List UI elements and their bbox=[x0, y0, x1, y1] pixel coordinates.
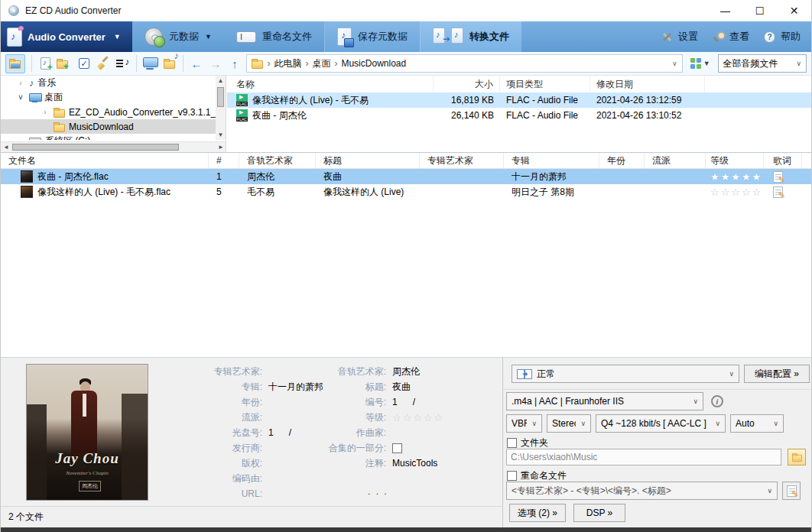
channels-select[interactable]: Stereo ∨ bbox=[547, 414, 591, 433]
forward-button[interactable]: → bbox=[208, 57, 222, 70]
playlist-button[interactable] bbox=[115, 55, 130, 72]
scrollbar-thumb[interactable] bbox=[12, 144, 179, 151]
samplerate-select[interactable]: Auto ∨ bbox=[730, 414, 784, 433]
settings-tools-icon bbox=[661, 31, 673, 43]
computer-view-button[interactable] bbox=[143, 55, 158, 72]
column-header-name[interactable]: 名称 bbox=[227, 76, 434, 92]
edit-pattern-button[interactable] bbox=[782, 482, 801, 500]
up-button[interactable]: ↑ bbox=[227, 57, 242, 70]
edit-profile-button[interactable]: 编辑配置 » bbox=[744, 365, 810, 383]
audio-converter-menu-button[interactable]: Audio Converter ▼ bbox=[1, 21, 132, 52]
file-filter-select[interactable]: 全部音频文件 ∨ bbox=[718, 54, 807, 73]
convert-files-button[interactable]: ➜ 转换文件 bbox=[420, 21, 521, 52]
column-header-type[interactable]: 项目类型 bbox=[500, 76, 590, 92]
scrollbar-thumb[interactable] bbox=[217, 87, 224, 107]
tree-item-system-drive[interactable]: › 系统区 (C:) bbox=[1, 134, 216, 140]
comment-label: 注释: bbox=[299, 457, 392, 470]
rename-pattern-select[interactable]: <专辑艺术家> - <专辑>\<编号>. <标题> ∨ bbox=[506, 482, 778, 500]
info-icon[interactable]: i bbox=[711, 395, 723, 407]
rename-checkbox[interactable] bbox=[507, 471, 517, 481]
options-button[interactable]: 选项 (2) » bbox=[509, 504, 566, 522]
clear-list-button[interactable] bbox=[96, 55, 111, 72]
profile-select[interactable]: ➜ 正常 ∨ bbox=[512, 365, 739, 383]
help-button[interactable]: 帮助 bbox=[781, 30, 801, 44]
tree-item-ezcd-folder[interactable]: › EZ_CD_Audio_Converter_v9.3.1.1_x64_I bbox=[1, 105, 216, 119]
track-row[interactable]: 像我这样的人 (Live) - 毛不易.flac 5 毛不易 像我这样的人 (L… bbox=[1, 184, 811, 200]
column-header-filename[interactable]: 文件名 bbox=[1, 153, 209, 168]
column-header-track-artist[interactable]: 音轨艺术家 bbox=[239, 153, 316, 168]
rating-stars[interactable]: ★★★★★ bbox=[710, 171, 762, 183]
album-artist-label: 专辑艺术家: bbox=[154, 365, 268, 378]
comment-value[interactable]: MusicTools bbox=[392, 458, 437, 469]
minimize-button[interactable]: — bbox=[708, 0, 742, 21]
column-header-album[interactable]: 专辑 bbox=[504, 153, 599, 168]
settings-button[interactable]: 设置 bbox=[678, 30, 698, 44]
back-button[interactable]: ← bbox=[190, 57, 204, 70]
track-artist-value[interactable]: 周杰伦 bbox=[392, 365, 420, 378]
home-folder-button[interactable] bbox=[5, 54, 25, 73]
rename-files-button[interactable]: 重命名文件 bbox=[224, 21, 324, 52]
chevron-down-icon: ∨ bbox=[773, 420, 778, 427]
tree-vertical-scrollbar[interactable]: ▲ ▼ bbox=[216, 76, 226, 140]
add-folder-button[interactable]: + bbox=[57, 55, 73, 72]
expander-collapsed-icon[interactable]: › bbox=[16, 79, 25, 87]
rating-stars[interactable]: ☆☆☆☆☆ bbox=[392, 412, 444, 423]
tree-item-musicdownload[interactable]: MusicDownload bbox=[1, 119, 216, 134]
lyrics-edit-icon[interactable] bbox=[773, 187, 783, 198]
column-header-title[interactable]: 标题 bbox=[316, 153, 420, 168]
close-button[interactable]: ✕ bbox=[777, 0, 811, 21]
file-row[interactable]: 像我这样的人 (Live) - 毛不易 16,819 KB FLAC - Aud… bbox=[227, 92, 812, 108]
tree-horizontal-scrollbar[interactable]: ◄ ► bbox=[1, 141, 226, 152]
disc-number-value[interactable]: 1 / bbox=[268, 427, 291, 438]
expander-expanded-icon[interactable]: ˅ bbox=[16, 93, 25, 102]
quality-select[interactable]: Q4 ~128 kbit/s [ AAC-LC ] ∨ bbox=[596, 414, 726, 433]
scroll-up-icon[interactable]: ▲ bbox=[216, 76, 226, 86]
expander-collapsed-icon[interactable]: › bbox=[41, 108, 50, 116]
track-row[interactable]: 夜曲 - 周杰伦.flac 1 周杰伦 夜曲 十一月的萧邦 ★★★★★ bbox=[1, 169, 811, 184]
tree-item-label: 音乐 bbox=[38, 76, 57, 89]
more-fields-ellipsis[interactable]: . . . bbox=[368, 486, 388, 497]
rating-stars[interactable]: ☆☆☆☆☆ bbox=[710, 187, 762, 198]
column-header-genre[interactable]: 流派 bbox=[645, 153, 706, 168]
column-header-number[interactable]: # bbox=[209, 153, 239, 168]
select-all-button[interactable]: ✓ bbox=[77, 55, 92, 72]
breadcrumb-item-this-pc[interactable]: 此电脑 bbox=[274, 57, 301, 70]
maximize-button[interactable]: ☐ bbox=[742, 0, 777, 21]
tree-item-desktop[interactable]: ˅ 桌面 bbox=[1, 90, 216, 105]
chevron-down-icon: ∨ bbox=[715, 420, 720, 427]
title-value[interactable]: 夜曲 bbox=[392, 381, 411, 394]
browse-folder-button[interactable] bbox=[788, 449, 806, 466]
format-select[interactable]: .m4a | AAC | Fraunhofer IIS ∨ bbox=[506, 392, 703, 410]
column-header-year[interactable]: 年份 bbox=[599, 153, 645, 168]
column-header-album-artist[interactable]: 专辑艺术家 bbox=[420, 153, 504, 168]
folder-checkbox[interactable] bbox=[507, 438, 517, 448]
column-header-rating[interactable]: 等级 bbox=[706, 153, 764, 168]
column-header-lyrics[interactable]: 歌词 bbox=[764, 153, 802, 168]
column-header-date[interactable]: 修改日期 bbox=[590, 76, 705, 92]
track-number-value[interactable]: 1 / bbox=[392, 397, 415, 407]
save-metadata-button[interactable]: 保存元数据 bbox=[324, 21, 420, 52]
view-mode-button[interactable]: ▼ bbox=[687, 56, 713, 71]
breadcrumb-item-musicdownload[interactable]: MusicDownload bbox=[341, 58, 406, 69]
expander-collapsed-icon[interactable]: › bbox=[16, 137, 25, 140]
output-folder-input[interactable]: C:\Users\xiaoh\Music bbox=[506, 449, 781, 466]
lyrics-edit-icon[interactable] bbox=[773, 171, 783, 183]
track-album-artist bbox=[420, 169, 504, 184]
bitrate-mode-select[interactable]: VBR ∨ bbox=[506, 414, 542, 433]
tree-item-music[interactable]: › ♪ 音乐 bbox=[1, 76, 216, 90]
scroll-down-icon[interactable]: ▼ bbox=[216, 130, 226, 140]
quality-value: Q4 ~128 kbit/s [ AAC-LC ] bbox=[601, 418, 710, 429]
file-row[interactable]: 夜曲 - 周杰伦 26,140 KB FLAC - Audio File 202… bbox=[227, 108, 812, 123]
part-of-set-checkbox[interactable] bbox=[392, 443, 402, 453]
add-files-button[interactable]: + bbox=[38, 55, 53, 72]
breadcrumb-item-desktop[interactable]: 桌面 bbox=[312, 57, 330, 70]
breadcrumb[interactable]: › 此电脑 › 桌面 › MusicDownload ∨ bbox=[246, 54, 682, 73]
column-header-size[interactable]: 大小 bbox=[434, 76, 500, 92]
dsp-button[interactable]: DSP » bbox=[573, 504, 625, 522]
save-metadata-label: 保存元数据 bbox=[358, 30, 408, 44]
scroll-left-icon[interactable]: ◄ bbox=[1, 142, 11, 152]
view-button[interactable]: 查看 bbox=[729, 30, 749, 44]
metadata-button[interactable]: 元数据 ▼ bbox=[132, 21, 224, 52]
music-folder-button[interactable]: ♪ bbox=[162, 55, 177, 72]
scroll-right-icon[interactable]: ► bbox=[216, 142, 226, 152]
